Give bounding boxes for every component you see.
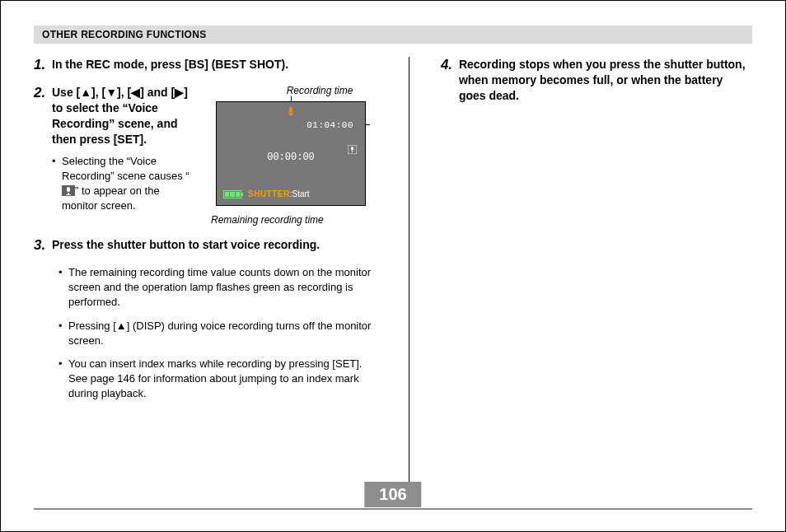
section-header: OTHER RECORDING FUNCTIONS [34, 26, 752, 44]
shutter-hint: SHUTTER:Start [248, 189, 310, 199]
step-2-bullet-1: Selecting the “Voice Recording” scene ca… [62, 154, 196, 214]
step-4-text: Recording stops when you press the shutt… [459, 57, 752, 104]
fig-top-caption: Recording time [204, 85, 377, 96]
bullet-dot: • [58, 357, 68, 402]
arrow-left-glyph: ◀ [131, 86, 140, 99]
bullet-dot: • [58, 265, 68, 310]
step-number: 2. [34, 85, 52, 226]
step-3-bullets: • The remaining recording time value cou… [34, 265, 377, 402]
battery-icon [223, 190, 241, 198]
step-2-text: Use [▲], [▼], [◀] and [▶] to select the … [52, 85, 196, 147]
arrow-up-glyph: ▲ [116, 320, 127, 332]
mic-scene-icon [62, 185, 75, 196]
step-number: 1. [34, 57, 52, 73]
content-columns: 1. In the REC mode, press [BS] (BEST SHO… [34, 57, 752, 485]
left-column: 1. In the REC mode, press [BS] (BEST SHO… [34, 57, 377, 485]
page-number: 106 [364, 482, 421, 507]
step-3: 3. Press the shutter button to start voi… [34, 237, 377, 254]
camera-screen: 01:04:00 00:00:00 [216, 101, 366, 206]
svg-rect-8 [351, 147, 353, 151]
footer-rule [34, 508, 752, 510]
svg-rect-3 [66, 194, 71, 195]
mic-icon [288, 107, 294, 118]
right-column: 4. Recording stops when you press the sh… [441, 57, 752, 485]
svg-rect-9 [352, 151, 353, 152]
callout-line-top [291, 96, 292, 101]
callout-line-right [365, 124, 370, 125]
remaining-time: 01:04:00 [306, 120, 353, 130]
bullet-dot: • [58, 319, 68, 348]
step-1: 1. In the REC mode, press [BS] (BEST SHO… [34, 57, 377, 73]
fig-bottom-caption: Remaining recording time [204, 214, 377, 226]
svg-rect-1 [67, 187, 70, 192]
step-3-text: Press the shutter button to start voice … [52, 237, 377, 253]
figure: Recording time 01:04:00 [204, 85, 377, 226]
svg-rect-5 [291, 113, 292, 114]
page-footer: 106 [1, 482, 785, 511]
column-divider [409, 57, 409, 485]
step-number: 3. [34, 237, 52, 254]
step-number: 4. [441, 57, 459, 104]
step-4: 4. Recording stops when you press the sh… [441, 57, 752, 104]
arrow-down-glyph: ▼ [105, 86, 117, 99]
svg-rect-4 [290, 107, 292, 112]
elapsed-time: 00:00:00 [267, 152, 315, 163]
step-3-bullet-2: Pressing [▲] (DISP) during voice recordi… [68, 319, 377, 348]
arrow-up-glyph: ▲ [80, 86, 91, 99]
step-3-bullet-1: The remaining recording time value count… [68, 265, 377, 310]
svg-rect-6 [289, 114, 292, 115]
voice-record-icon [348, 145, 357, 154]
step-1-text: In the REC mode, press [BS] (BEST SHOT). [52, 57, 377, 72]
step-3-bullet-3: You can insert index marks while recordi… [68, 357, 377, 402]
step-2: 2. Use [▲], [▼], [◀] and [▶] to select t… [34, 85, 377, 226]
page: OTHER RECORDING FUNCTIONS 1. In the REC … [0, 0, 786, 532]
bullet-dot: • [52, 154, 62, 214]
arrow-right-glyph: ▶ [175, 86, 184, 99]
svg-rect-2 [68, 193, 69, 194]
